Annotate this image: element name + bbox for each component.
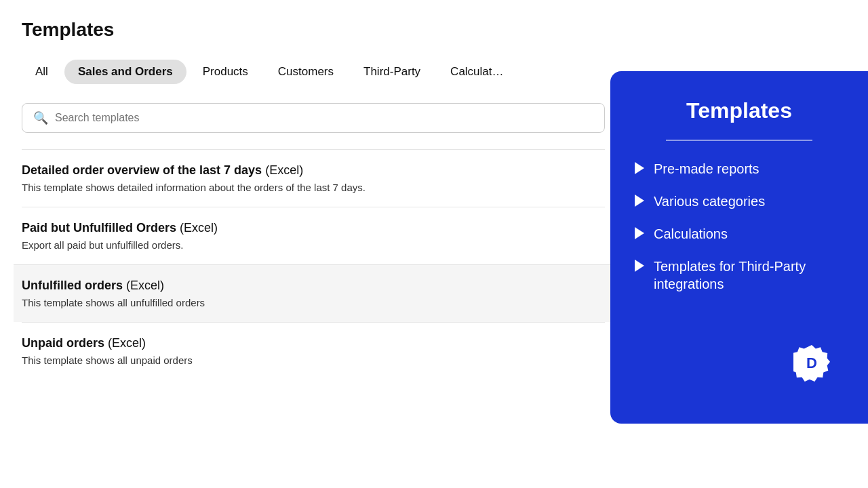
play-icon xyxy=(635,162,644,174)
play-icon xyxy=(635,260,644,272)
template-title: Unfulfilled orders (Excel) xyxy=(22,279,605,293)
search-input[interactable] xyxy=(55,112,593,124)
tab-products[interactable]: Products xyxy=(189,60,262,84)
template-title: Paid but Unfulfilled Orders (Excel) xyxy=(22,221,605,235)
template-item[interactable]: Paid but Unfulfilled Orders (Excel) Expo… xyxy=(22,207,605,264)
play-icon xyxy=(635,227,644,239)
list-item: Various categories xyxy=(635,192,844,210)
tab-third-party[interactable]: Third-Party xyxy=(350,60,434,84)
template-list: Detailed order overview of the last 7 da… xyxy=(22,149,605,380)
template-desc: This template shows all unpaid orders xyxy=(22,354,605,366)
template-title: Detailed order overview of the last 7 da… xyxy=(22,163,605,178)
template-desc: This template shows all unfulfilled orde… xyxy=(22,297,605,308)
list-item: Calculations xyxy=(635,225,844,243)
tab-sales-orders[interactable]: Sales and Orders xyxy=(64,60,186,84)
template-title: Unpaid orders (Excel) xyxy=(22,336,605,350)
play-icon xyxy=(635,195,644,207)
tooltip-divider xyxy=(666,140,812,141)
badge-letter: D xyxy=(806,354,817,372)
tab-customers[interactable]: Customers xyxy=(264,60,347,84)
page-title: Templates xyxy=(22,19,589,41)
search-icon: 🔍 xyxy=(33,110,48,125)
d-badge: D xyxy=(793,345,830,382)
tooltip-list: Pre-made reports Various categories Calc… xyxy=(635,160,844,293)
tooltip-title: Templates xyxy=(635,98,844,123)
tab-all[interactable]: All xyxy=(22,60,62,84)
list-item: Pre-made reports xyxy=(635,160,844,178)
template-item[interactable]: Unfulfilled orders (Excel) This template… xyxy=(14,264,613,322)
template-item[interactable]: Detailed order overview of the last 7 da… xyxy=(22,149,605,207)
template-desc: Export all paid but unfulfilled orders. xyxy=(22,239,605,251)
template-desc: This template shows detailed information… xyxy=(22,182,605,193)
tooltip-panel: Templates Pre-made reports Various categ… xyxy=(610,71,868,424)
tab-bar: All Sales and Orders Products Customers … xyxy=(22,60,589,84)
list-item: Templates for Third-Party integrations xyxy=(635,258,844,293)
template-item[interactable]: Unpaid orders (Excel) This template show… xyxy=(22,322,605,380)
tab-calculations[interactable]: Calculat… xyxy=(437,60,517,84)
search-bar: 🔍 xyxy=(22,103,605,133)
